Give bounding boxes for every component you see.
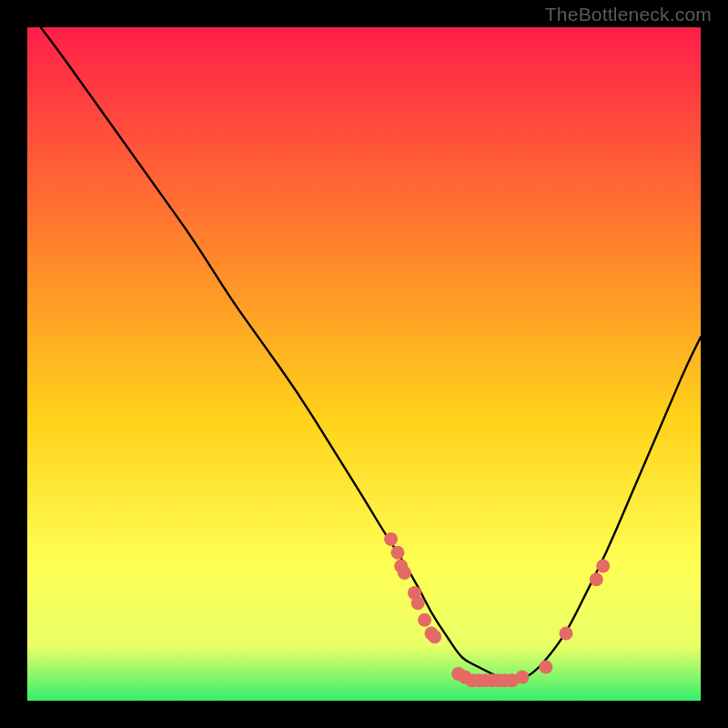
curve-point (411, 596, 425, 610)
curve-point (398, 566, 411, 580)
curve-point (515, 671, 529, 684)
svg-rect-1 (0, 701, 728, 728)
svg-rect-3 (701, 0, 728, 728)
chart-background (27, 27, 701, 701)
curve-point (590, 572, 603, 586)
svg-rect-2 (0, 0, 27, 728)
curve-point (391, 546, 405, 560)
bottleneck-chart (0, 0, 728, 728)
curve-point (560, 627, 573, 641)
watermark-text: TheBottleneck.com (545, 4, 712, 25)
curve-point (428, 630, 441, 643)
curve-point (539, 661, 552, 674)
chart-stage: TheBottleneck.com (0, 0, 728, 728)
curve-point (418, 613, 431, 627)
curve-point (384, 532, 398, 546)
curve-point (596, 560, 610, 573)
